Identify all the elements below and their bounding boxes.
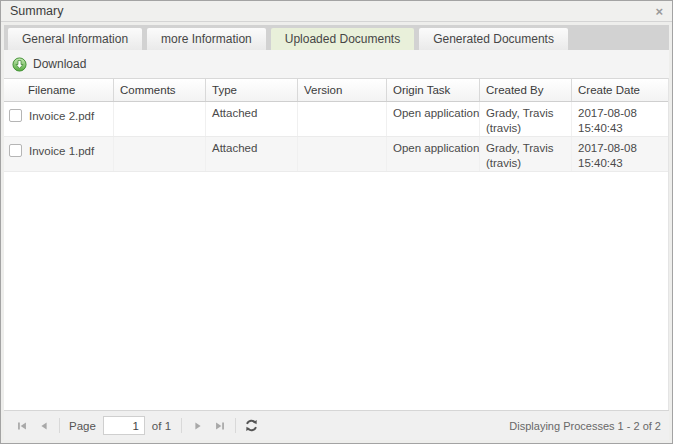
row-checkbox[interactable] [9,109,22,122]
column-header-comments[interactable]: Comments [114,79,206,101]
last-page-icon [213,419,227,433]
window-body: General Information more Information Upl… [4,25,669,440]
cell-version [298,137,387,171]
summary-window: Summary × General Information more Infor… [0,0,673,444]
column-label: Filename [28,84,75,96]
cell-comments [114,102,206,136]
column-header-create-date[interactable]: Create Date [572,79,668,101]
grid-header: Filename Comments Type Version Origin Ta… [4,79,668,102]
cell-filename: Invoice 1.pdf [29,144,94,159]
table-row[interactable]: Invoice 2.pdf Attached Open application … [4,102,668,137]
documents-toolbar: Download [4,50,669,78]
refresh-button[interactable] [242,416,261,435]
close-icon[interactable]: × [655,5,663,18]
column-label: Created By [486,84,544,96]
cell-create-date: 2017-08-08 15:40:43 [572,102,668,136]
window-title: Summary [10,4,63,18]
documents-grid: Filename Comments Type Version Origin Ta… [4,78,669,410]
column-header-created-by[interactable]: Created By [480,79,572,101]
page-number-input[interactable] [103,416,145,435]
page-of-label: of 1 [152,420,171,432]
paging-toolbar: Page of 1 [4,410,669,440]
cell-create-date: 2017-08-08 15:40:43 [572,137,668,171]
paging-separator [59,418,60,433]
tab-label: more Information [161,32,252,46]
page-label: Page [69,420,96,432]
column-label: Version [304,84,342,96]
tab-label: Uploaded Documents [285,32,400,46]
first-page-button[interactable] [12,416,31,435]
column-label: Comments [120,84,176,96]
previous-page-button[interactable] [34,416,53,435]
window-titlebar: Summary × [1,1,672,22]
download-icon [12,57,27,72]
download-label: Download [33,57,86,71]
grid-empty-area [4,172,668,410]
paging-separator [181,418,182,433]
column-header-version[interactable]: Version [298,79,387,101]
previous-page-icon [37,419,51,433]
cell-filename: Invoice 2.pdf [29,109,94,124]
column-label: Type [212,84,237,96]
cell-created-by: Grady, Travis (travis) [480,102,572,136]
cell-version [298,102,387,136]
tab-general-information[interactable]: General Information [8,28,142,50]
column-header-origin-task[interactable]: Origin Task [387,79,480,101]
tab-strip: General Information more Information Upl… [4,25,669,50]
column-label: Origin Task [393,84,450,96]
cell-origin-task: Open application [387,137,480,171]
tab-more-information[interactable]: more Information [147,28,266,50]
cell-comments [114,137,206,171]
cell-created-by: Grady, Travis (travis) [480,137,572,171]
paging-separator [235,418,236,433]
cell-origin-task: Open application [387,102,480,136]
first-page-icon [15,419,29,433]
cell-type: Attached [206,137,298,171]
tab-label: Generated Documents [433,32,554,46]
cell-type: Attached [206,102,298,136]
next-page-button[interactable] [188,416,207,435]
table-row[interactable]: Invoice 1.pdf Attached Open application … [4,137,668,172]
displaying-status: Displaying Processes 1 - 2 of 2 [509,420,661,432]
last-page-button[interactable] [210,416,229,435]
tab-generated-documents[interactable]: Generated Documents [419,28,568,50]
next-page-icon [191,419,205,433]
tab-label: General Information [22,32,128,46]
tab-uploaded-documents[interactable]: Uploaded Documents [271,28,414,50]
refresh-icon [244,418,259,433]
column-header-filename[interactable]: Filename [4,79,114,101]
column-header-type[interactable]: Type [206,79,298,101]
download-button[interactable]: Download [12,57,86,72]
column-label: Create Date [578,84,640,96]
row-checkbox[interactable] [9,144,22,157]
